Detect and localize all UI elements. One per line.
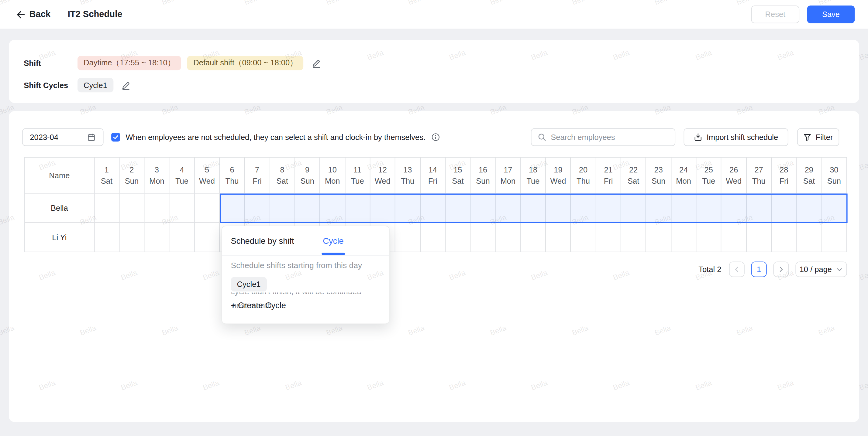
schedule-cell[interactable] [95, 223, 120, 252]
schedule-cell[interactable] [395, 194, 421, 223]
day-of-week: Thu [401, 176, 414, 185]
schedule-cell[interactable] [521, 194, 546, 223]
day-of-week: Sun [827, 176, 841, 185]
chevron-right-icon [777, 265, 785, 273]
tab-cycle[interactable]: Cycle [323, 236, 343, 246]
month-picker[interactable]: 2023-04 [22, 128, 104, 146]
day-of-week: Sat [628, 176, 639, 185]
schedule-cell[interactable] [169, 194, 195, 223]
edit-cycles-button[interactable] [121, 80, 131, 90]
info-icon[interactable] [431, 133, 440, 141]
schedule-cell[interactable] [420, 223, 445, 252]
watermark-text: Bella [858, 48, 868, 61]
create-cycle-button[interactable]: + Create Cycle [231, 300, 286, 310]
shift-tag: Daytime（17:55 ~ 18:10） [78, 56, 181, 70]
day-number: 11 [353, 165, 361, 174]
day-number: 30 [830, 165, 838, 174]
schedule-panel: 2023-04 When employees are not scheduled… [9, 111, 859, 422]
schedule-cell[interactable] [195, 223, 220, 252]
day-of-week: Tue [351, 176, 364, 185]
cycle1-chip[interactable]: Cycle1 [231, 277, 267, 292]
schedule-cell[interactable] [822, 194, 847, 223]
schedule-cell[interactable] [420, 194, 445, 223]
schedule-cell[interactable] [320, 194, 345, 223]
schedule-cell[interactable] [596, 223, 621, 252]
next-page-button[interactable] [773, 262, 789, 277]
schedule-cell[interactable] [746, 194, 772, 223]
schedule-cell[interactable] [696, 194, 721, 223]
day-header: 8Sat [270, 158, 295, 193]
schedule-cell[interactable] [395, 223, 421, 252]
day-of-week: Sat [276, 176, 288, 185]
schedule-cell[interactable] [220, 194, 245, 223]
schedule-cell[interactable] [797, 223, 822, 252]
schedule-cell[interactable] [746, 223, 772, 252]
search-box [531, 128, 675, 146]
schedule-cell[interactable] [772, 194, 797, 223]
page-size-select[interactable]: 10 / page [795, 262, 847, 277]
watermark-text: Bella [325, 434, 343, 436]
schedule-cell[interactable] [496, 223, 521, 252]
day-header: 17Mon [496, 158, 521, 193]
schedule-cell[interactable] [571, 194, 596, 223]
schedule-cell[interactable] [646, 223, 671, 252]
import-shift-schedule-button[interactable]: Import shift schedule [684, 128, 788, 146]
schedule-cell[interactable] [696, 223, 721, 252]
day-of-week: Tue [702, 176, 715, 185]
day-number: 16 [479, 165, 487, 174]
divider [59, 9, 60, 20]
schedule-cell[interactable] [546, 194, 571, 223]
shift-tag: Default shift（09:00 ~ 18:00） [187, 56, 303, 70]
schedule-cell[interactable] [772, 223, 797, 252]
schedule-cell[interactable] [295, 194, 320, 223]
day-header: 7Fri [245, 158, 270, 193]
schedule-cell[interactable] [496, 194, 521, 223]
schedule-cell[interactable] [245, 194, 270, 223]
schedule-cell[interactable] [521, 223, 546, 252]
schedule-popup: Schedule by shift Cycle Schedule shifts … [222, 226, 390, 324]
schedule-cell[interactable] [471, 194, 496, 223]
schedule-cell[interactable] [169, 223, 195, 252]
filter-button[interactable]: Filter [797, 128, 839, 146]
search-input[interactable] [551, 133, 669, 141]
self-clockin-checkbox[interactable] [111, 133, 120, 141]
schedule-cell[interactable] [621, 194, 646, 223]
prev-page-button[interactable] [729, 262, 745, 277]
schedule-cell[interactable] [721, 194, 747, 223]
schedule-cell[interactable] [671, 223, 696, 252]
day-of-week: Wed [726, 176, 742, 185]
schedule-cell[interactable] [471, 223, 496, 252]
schedule-cell[interactable] [646, 194, 671, 223]
schedule-cell[interactable] [119, 223, 145, 252]
tab-schedule-by-shift[interactable]: Schedule by shift [231, 236, 294, 246]
schedule-cell[interactable] [345, 194, 370, 223]
edit-shifts-button[interactable] [311, 58, 321, 68]
schedule-cell[interactable] [445, 194, 471, 223]
schedule-cell[interactable] [671, 194, 696, 223]
schedule-cell[interactable] [270, 194, 295, 223]
schedule-cell[interactable] [95, 194, 120, 223]
schedule-cell[interactable] [596, 194, 621, 223]
schedule-cell[interactable] [119, 194, 145, 223]
day-number: 29 [805, 165, 813, 174]
schedule-cell[interactable] [546, 223, 571, 252]
schedule-cell[interactable] [370, 194, 395, 223]
schedule-cell[interactable] [445, 223, 471, 252]
clipped-note: cycle didn't finish, it will be continue… [231, 293, 380, 297]
import-icon [694, 133, 703, 141]
page-number-button[interactable]: 1 [751, 262, 767, 277]
save-button[interactable]: Save [807, 5, 855, 23]
schedule-cell[interactable] [145, 223, 170, 252]
schedule-cell[interactable] [822, 223, 847, 252]
schedule-cell[interactable] [145, 194, 170, 223]
day-header: 15Sat [445, 158, 471, 193]
schedule-cell[interactable] [195, 194, 220, 223]
schedule-cell[interactable] [721, 223, 747, 252]
back-button[interactable]: Back [15, 9, 51, 20]
filter-icon [804, 133, 812, 141]
schedule-cell[interactable] [621, 223, 646, 252]
employee-name: Li Yi [25, 223, 95, 252]
schedule-cell[interactable] [797, 194, 822, 223]
reset-button[interactable]: Reset [751, 5, 799, 23]
schedule-cell[interactable] [571, 223, 596, 252]
